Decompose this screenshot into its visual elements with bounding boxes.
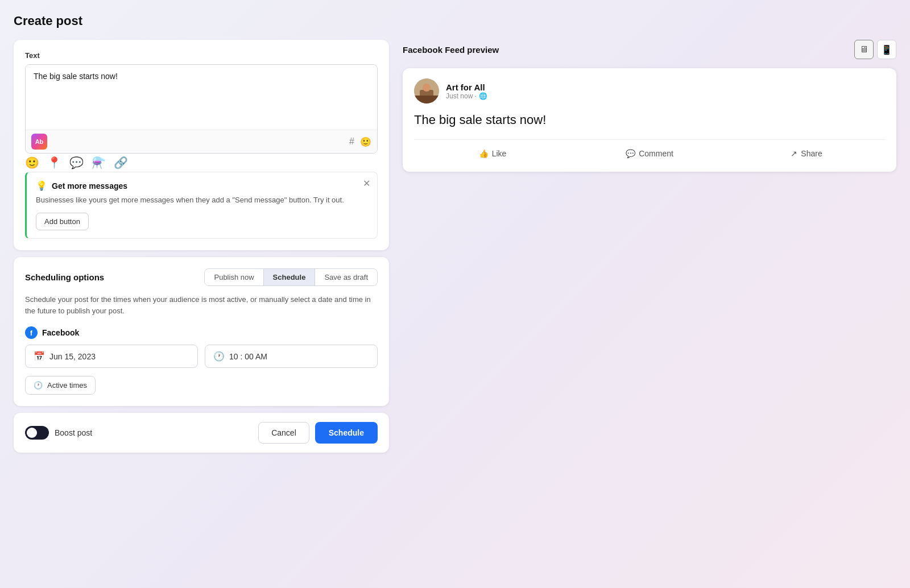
desktop-view-button[interactable]: 🖥 bbox=[854, 40, 874, 59]
messenger-icon[interactable]: 💬 bbox=[69, 156, 84, 169]
preview-header: Facebook Feed preview 🖥 📱 bbox=[403, 40, 896, 59]
toolbar: 🙂 📍 💬 ⚗️ 🔗 bbox=[25, 154, 378, 172]
profile-name: Art for All bbox=[446, 82, 487, 92]
preview-title: Facebook Feed preview bbox=[403, 45, 499, 55]
post-time: Just now · bbox=[446, 92, 477, 100]
svg-rect-3 bbox=[414, 96, 439, 103]
preview-card: Art for All Just now · 🌐 The big sale st… bbox=[403, 68, 896, 172]
right-panel: Facebook Feed preview 🖥 📱 bbox=[403, 40, 896, 172]
active-times-clock-icon: 🕐 bbox=[34, 381, 43, 390]
date-time-row: 📅 Jun 15, 2023 🕐 10 : 00 AM bbox=[25, 345, 378, 368]
clock-icon: 🕐 bbox=[213, 351, 225, 362]
profile-meta: Just now · 🌐 bbox=[446, 92, 487, 100]
post-text-input[interactable]: The big sale starts now! bbox=[26, 65, 377, 127]
preview-profile: Art for All Just now · 🌐 bbox=[414, 78, 885, 103]
preview-device-icons: 🖥 📱 bbox=[854, 40, 896, 59]
comment-label: Comment bbox=[639, 149, 673, 158]
preview-post-text: The big sale starts now! bbox=[414, 111, 885, 129]
comment-action[interactable]: 💬 Comment bbox=[571, 146, 728, 162]
ai-badge[interactable]: Ab bbox=[31, 134, 47, 150]
text-area-wrapper: The big sale starts now! Ab # 🙂 bbox=[25, 64, 378, 154]
share-icon: ↗ bbox=[791, 149, 797, 158]
bottom-bar: Boost post Cancel Schedule bbox=[14, 413, 389, 453]
tab-group: Publish now Schedule Save as draft bbox=[204, 268, 378, 286]
comment-icon: 💬 bbox=[626, 149, 635, 158]
desktop-icon: 🖥 bbox=[859, 44, 868, 55]
share-label: Share bbox=[801, 149, 822, 158]
tip-title: Get more messages bbox=[52, 181, 127, 191]
tip-bulb-icon: 💡 bbox=[36, 180, 47, 191]
schedule-tab[interactable]: Schedule bbox=[264, 269, 316, 285]
location-icon[interactable]: 📍 bbox=[47, 156, 61, 169]
active-times-button[interactable]: 🕐 Active times bbox=[25, 376, 96, 395]
share-action[interactable]: ↗ Share bbox=[728, 146, 885, 162]
mobile-icon: 📱 bbox=[881, 44, 892, 55]
facebook-icon: f bbox=[25, 326, 38, 339]
like-action[interactable]: 👍 Like bbox=[414, 146, 571, 162]
boost-toggle[interactable] bbox=[25, 426, 49, 440]
action-row: Cancel Schedule bbox=[258, 422, 378, 444]
flask-icon[interactable]: ⚗️ bbox=[92, 156, 106, 169]
scheduling-header: Scheduling options Publish now Schedule … bbox=[25, 268, 378, 286]
date-input[interactable]: 📅 Jun 15, 2023 bbox=[25, 345, 198, 368]
preview-actions: 👍 Like 💬 Comment ↗ Share bbox=[414, 139, 885, 162]
calendar-icon: 📅 bbox=[34, 351, 45, 362]
save-as-draft-tab[interactable]: Save as draft bbox=[315, 269, 377, 285]
text-card: Text The big sale starts now! Ab # 🙂 🙂 📍… bbox=[14, 40, 389, 250]
avatar bbox=[414, 78, 439, 103]
emoji-icon[interactable]: 🙂 bbox=[360, 136, 371, 147]
like-label: Like bbox=[492, 149, 507, 158]
link-icon[interactable]: 🔗 bbox=[114, 156, 128, 169]
add-button-btn[interactable]: Add button bbox=[36, 213, 89, 230]
platform-row: f Facebook bbox=[25, 326, 378, 339]
cancel-button[interactable]: Cancel bbox=[258, 422, 309, 444]
date-value: Jun 15, 2023 bbox=[49, 352, 96, 361]
like-icon: 👍 bbox=[479, 149, 489, 158]
emoji-toolbar-icon[interactable]: 🙂 bbox=[25, 156, 39, 169]
boost-row: Boost post bbox=[25, 426, 92, 440]
boost-label: Boost post bbox=[55, 428, 92, 437]
time-input[interactable]: 🕐 10 : 00 AM bbox=[205, 345, 378, 368]
scheduling-desc: Schedule your post for the times when yo… bbox=[25, 294, 378, 318]
schedule-button[interactable]: Schedule bbox=[315, 422, 378, 444]
page-title: Create post bbox=[14, 14, 896, 28]
tip-banner: 💡 Get more messages Businesses like your… bbox=[25, 172, 378, 239]
time-value: 10 : 00 AM bbox=[229, 352, 267, 361]
tip-close-button[interactable]: ✕ bbox=[363, 179, 370, 188]
text-icons: # 🙂 bbox=[349, 136, 371, 147]
scheduling-card: Scheduling options Publish now Schedule … bbox=[14, 257, 389, 407]
globe-icon: 🌐 bbox=[479, 92, 487, 100]
profile-info: Art for All Just now · 🌐 bbox=[446, 82, 487, 100]
tip-header: 💡 Get more messages bbox=[36, 180, 368, 191]
text-area-footer: Ab # 🙂 bbox=[26, 130, 377, 153]
svg-point-2 bbox=[423, 84, 431, 92]
active-times-label: Active times bbox=[47, 381, 87, 390]
toggle-thumb bbox=[27, 428, 37, 438]
mobile-view-button[interactable]: 📱 bbox=[877, 40, 896, 59]
scheduling-title: Scheduling options bbox=[25, 272, 104, 282]
hashtag-icon[interactable]: # bbox=[349, 136, 354, 147]
platform-name: Facebook bbox=[42, 328, 79, 337]
tip-text: Businesses like yours get more messages … bbox=[36, 194, 368, 206]
text-label: Text bbox=[25, 51, 378, 60]
publish-now-tab[interactable]: Publish now bbox=[205, 269, 263, 285]
